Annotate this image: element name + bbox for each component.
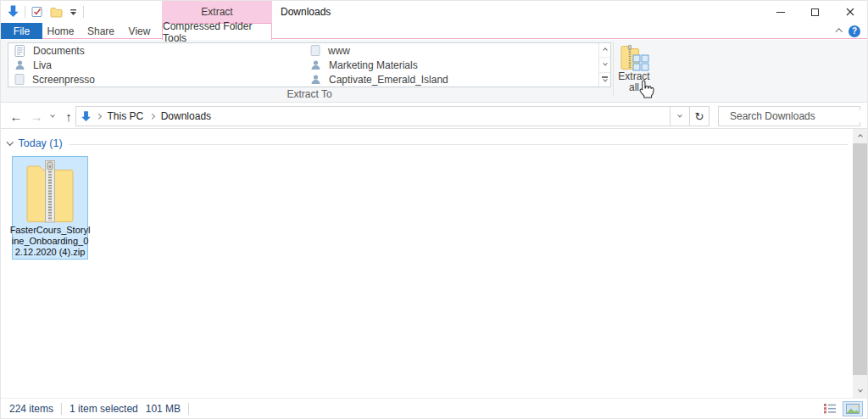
status-total-items: 224 items: [9, 403, 53, 415]
help-icon[interactable]: ?: [849, 25, 860, 37]
address-box[interactable]: This PC Downloads ↻: [75, 106, 709, 126]
maximize-icon: [811, 8, 819, 16]
ribbon: Documents Liva Screenpresso www: [1, 40, 867, 103]
customize-quick-access-dropdown-icon[interactable]: [69, 3, 78, 20]
navigation-buttons: ← → ↑: [6, 103, 79, 129]
forward-icon[interactable]: →: [26, 109, 47, 124]
user-icon: [310, 59, 321, 70]
address-bar: ← → ↑ This PC Downloads ↻: [1, 103, 867, 129]
extract-to-group-label: Extract To: [8, 88, 611, 100]
file-list-area: Today (1) FasterCours_Storyl ine_Onboard…: [1, 129, 867, 398]
title-bar: Extract Downloads: [1, 1, 867, 23]
file-name: FasterCours_Storyl ine_Onboarding_0 2.12…: [10, 225, 91, 258]
separator: [25, 6, 25, 18]
gallery-scroll-controls: [598, 43, 610, 87]
extract-to-item-marketing-materials[interactable]: Marketing Materials: [304, 58, 599, 72]
extract-to-gallery: Documents Liva Screenpresso www: [8, 42, 611, 87]
ribbon-tab-row: File Home Share View Compressed Folder T…: [1, 23, 867, 39]
minimize-button[interactable]: [763, 1, 798, 23]
group-divider: [69, 144, 849, 145]
large-icons-view-button[interactable]: [843, 401, 863, 416]
recent-locations-icon[interactable]: [47, 115, 58, 118]
breadcrumb-downloads[interactable]: Downloads: [159, 110, 213, 122]
search-input[interactable]: [730, 110, 861, 122]
close-icon: [846, 8, 854, 16]
search-box[interactable]: [718, 106, 860, 126]
group-header-today[interactable]: Today (1): [8, 137, 63, 149]
large-icons-view-icon: [846, 404, 860, 414]
file-explorer-window: Extract Downloads File Home Share View C…: [0, 0, 868, 419]
address-dropdown-icon[interactable]: [670, 107, 689, 126]
details-view-icon: [823, 403, 837, 414]
tab-home[interactable]: Home: [42, 23, 79, 39]
status-bar: 224 items 1 item selected 101 MB: [1, 398, 867, 418]
tab-compressed-folder-tools[interactable]: Compressed Folder Tools: [162, 23, 272, 40]
extract-to-item-documents[interactable]: Documents: [8, 43, 304, 58]
breadcrumb-this-pc[interactable]: This PC: [106, 110, 146, 122]
window-controls: [763, 1, 867, 23]
scrollbar-thumb[interactable]: [853, 143, 867, 375]
downloads-crumb-icon: [81, 110, 92, 122]
status-selected: 1 item selected: [70, 403, 138, 415]
collapse-ribbon-icon[interactable]: [837, 25, 842, 37]
gallery-more-icon[interactable]: [599, 72, 610, 87]
extract-to-item-captivate-emerald-island[interactable]: Captivate_Emerald_Island: [304, 72, 599, 87]
minimize-icon: [776, 12, 785, 13]
group-collapse-icon: [7, 139, 14, 146]
file-item-zip[interactable]: FasterCours_Storyl ine_Onboarding_0 2.12…: [12, 156, 88, 260]
group-header-label: Today (1): [19, 137, 63, 149]
hand-cursor: [637, 79, 654, 102]
gallery-scroll-down-icon[interactable]: [599, 57, 610, 71]
close-button[interactable]: [832, 1, 867, 23]
extract-to-item-screenpresso[interactable]: Screenpresso: [8, 72, 304, 87]
extract-to-item-liva[interactable]: Liva: [8, 58, 304, 72]
breadcrumb: This PC Downloads: [76, 107, 670, 126]
details-view-button[interactable]: [820, 400, 840, 416]
vertical-scrollbar[interactable]: [853, 129, 867, 398]
extract-to-item-www[interactable]: www: [304, 43, 599, 58]
ribbon-separator: [613, 42, 614, 96]
back-icon[interactable]: ←: [6, 109, 26, 124]
window-title: Downloads: [281, 1, 331, 23]
user-icon: [310, 74, 321, 85]
zip-folder-icon: [25, 160, 75, 223]
new-folder-icon[interactable]: [49, 3, 64, 20]
scroll-up-icon[interactable]: [853, 129, 867, 143]
extract-all-icon: [620, 43, 649, 71]
scroll-down-icon[interactable]: [853, 383, 867, 398]
properties-checkbox-icon[interactable]: [31, 3, 44, 20]
separator: [83, 6, 84, 18]
status-size: 101 MB: [146, 403, 181, 415]
refresh-icon[interactable]: ↻: [689, 107, 709, 126]
user-icon: [14, 59, 25, 70]
maximize-button[interactable]: [798, 1, 832, 23]
quick-access-toolbar: [7, 1, 84, 23]
document-icon: [14, 45, 25, 57]
file-icon: [310, 45, 320, 56]
tab-share[interactable]: Share: [82, 23, 120, 39]
contextual-tab-header-label: Extract: [201, 6, 232, 18]
crumb-separator-icon: [149, 114, 154, 119]
tab-view[interactable]: View: [120, 23, 159, 39]
file-icon: [14, 74, 25, 85]
downloads-window-icon: [7, 4, 19, 20]
crumb-separator-icon: [96, 114, 101, 119]
gallery-scroll-up-icon[interactable]: [599, 43, 610, 57]
tab-file[interactable]: File: [1, 23, 42, 39]
